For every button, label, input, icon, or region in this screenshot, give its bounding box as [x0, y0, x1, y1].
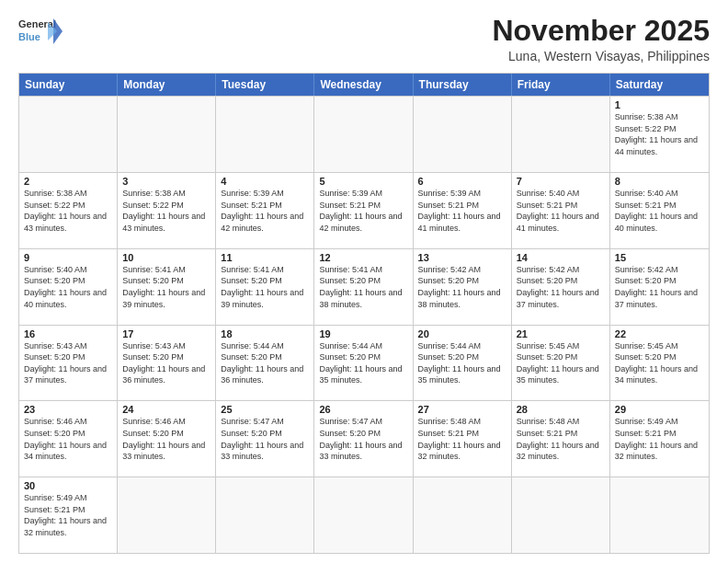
- calendar-cell-r5-c2: [216, 477, 314, 553]
- day-number-5: 5: [319, 176, 407, 187]
- day-number-15: 15: [615, 252, 704, 263]
- header-sunday: Sunday: [19, 74, 118, 96]
- day-number-16: 16: [24, 328, 112, 339]
- day-number-24: 24: [122, 404, 210, 415]
- calendar-cell-r4-c6: 29Sunrise: 5:49 AM Sunset: 5:21 PM Dayli…: [610, 401, 709, 477]
- calendar-cell-r0-c0: [19, 97, 118, 172]
- calendar-cell-r3-c5: 21Sunrise: 5:45 AM Sunset: 5:20 PM Dayli…: [512, 326, 610, 401]
- day-number-17: 17: [122, 328, 210, 339]
- calendar-row-0: 1Sunrise: 5:38 AM Sunset: 5:22 PM Daylig…: [19, 96, 709, 172]
- calendar-row-3: 16Sunrise: 5:43 AM Sunset: 5:20 PM Dayli…: [19, 325, 709, 401]
- header-area: General Blue November 2025 Luna, Western…: [18, 15, 710, 63]
- calendar-row-5: 30Sunrise: 5:49 AM Sunset: 5:21 PM Dayli…: [19, 477, 709, 553]
- cell-info-7: Sunrise: 5:40 AM Sunset: 5:21 PM Dayligh…: [517, 188, 605, 234]
- cell-info-2: Sunrise: 5:38 AM Sunset: 5:22 PM Dayligh…: [24, 188, 112, 234]
- header-monday: Monday: [118, 74, 216, 96]
- calendar-cell-r2-c3: 12Sunrise: 5:41 AM Sunset: 5:20 PM Dayli…: [314, 249, 413, 325]
- calendar-cell-r5-c4: [414, 477, 512, 553]
- calendar-cell-r2-c1: 10Sunrise: 5:41 AM Sunset: 5:20 PM Dayli…: [118, 249, 216, 325]
- day-number-28: 28: [517, 404, 605, 415]
- calendar-row-1: 2Sunrise: 5:38 AM Sunset: 5:22 PM Daylig…: [19, 172, 709, 248]
- day-number-3: 3: [122, 176, 210, 187]
- day-number-14: 14: [517, 252, 605, 263]
- calendar-cell-r3-c3: 19Sunrise: 5:44 AM Sunset: 5:20 PM Dayli…: [314, 326, 413, 401]
- day-number-30: 30: [24, 480, 112, 491]
- calendar-cell-r4-c1: 24Sunrise: 5:46 AM Sunset: 5:20 PM Dayli…: [118, 401, 216, 477]
- calendar-cell-r1-c4: 6Sunrise: 5:39 AM Sunset: 5:21 PM Daylig…: [414, 173, 512, 248]
- calendar-cell-r3-c1: 17Sunrise: 5:43 AM Sunset: 5:20 PM Dayli…: [118, 326, 216, 401]
- calendar-cell-r1-c0: 2Sunrise: 5:38 AM Sunset: 5:22 PM Daylig…: [19, 173, 118, 248]
- location-title: Luna, Western Visayas, Philippines: [492, 49, 710, 63]
- day-number-29: 29: [615, 404, 704, 415]
- cell-info-5: Sunrise: 5:39 AM Sunset: 5:21 PM Dayligh…: [319, 188, 407, 234]
- calendar-cell-r0-c1: [118, 97, 216, 172]
- calendar-header: Sunday Monday Tuesday Wednesday Thursday…: [19, 74, 709, 96]
- cell-info-8: Sunrise: 5:40 AM Sunset: 5:21 PM Dayligh…: [615, 188, 704, 234]
- calendar: Sunday Monday Tuesday Wednesday Thursday…: [18, 73, 710, 554]
- header-saturday: Saturday: [610, 74, 709, 96]
- header-friday: Friday: [512, 74, 610, 96]
- cell-info-19: Sunrise: 5:44 AM Sunset: 5:20 PM Dayligh…: [319, 340, 407, 386]
- day-number-20: 20: [418, 328, 506, 339]
- cell-info-28: Sunrise: 5:48 AM Sunset: 5:21 PM Dayligh…: [517, 416, 605, 462]
- day-number-26: 26: [319, 404, 407, 415]
- cell-info-14: Sunrise: 5:42 AM Sunset: 5:20 PM Dayligh…: [517, 264, 605, 310]
- day-number-25: 25: [221, 404, 309, 415]
- day-number-6: 6: [418, 176, 506, 187]
- calendar-cell-r0-c3: [314, 97, 413, 172]
- calendar-cell-r4-c5: 28Sunrise: 5:48 AM Sunset: 5:21 PM Dayli…: [512, 401, 610, 477]
- cell-info-25: Sunrise: 5:47 AM Sunset: 5:20 PM Dayligh…: [221, 416, 309, 462]
- day-number-27: 27: [418, 404, 506, 415]
- header-tuesday: Tuesday: [216, 74, 314, 96]
- calendar-cell-r3-c6: 22Sunrise: 5:45 AM Sunset: 5:20 PM Dayli…: [610, 326, 709, 401]
- calendar-cell-r4-c4: 27Sunrise: 5:48 AM Sunset: 5:21 PM Dayli…: [414, 401, 512, 477]
- calendar-cell-r0-c4: [414, 97, 512, 172]
- cell-info-22: Sunrise: 5:45 AM Sunset: 5:20 PM Dayligh…: [615, 340, 704, 386]
- calendar-cell-r2-c0: 9Sunrise: 5:40 AM Sunset: 5:20 PM Daylig…: [19, 249, 118, 325]
- calendar-cell-r4-c0: 23Sunrise: 5:46 AM Sunset: 5:20 PM Dayli…: [19, 401, 118, 477]
- header-wednesday: Wednesday: [314, 74, 413, 96]
- calendar-cell-r2-c2: 11Sunrise: 5:41 AM Sunset: 5:20 PM Dayli…: [216, 249, 314, 325]
- calendar-cell-r2-c4: 13Sunrise: 5:42 AM Sunset: 5:20 PM Dayli…: [414, 249, 512, 325]
- cell-info-23: Sunrise: 5:46 AM Sunset: 5:20 PM Dayligh…: [24, 416, 112, 462]
- cell-info-9: Sunrise: 5:40 AM Sunset: 5:20 PM Dayligh…: [24, 264, 112, 310]
- day-number-7: 7: [517, 176, 605, 187]
- calendar-cell-r5-c5: [512, 477, 610, 553]
- calendar-row-2: 9Sunrise: 5:40 AM Sunset: 5:20 PM Daylig…: [19, 248, 709, 325]
- day-number-8: 8: [615, 176, 704, 187]
- calendar-cell-r2-c5: 14Sunrise: 5:42 AM Sunset: 5:20 PM Dayli…: [512, 249, 610, 325]
- cell-info-1: Sunrise: 5:38 AM Sunset: 5:22 PM Dayligh…: [615, 111, 704, 157]
- cell-info-16: Sunrise: 5:43 AM Sunset: 5:20 PM Dayligh…: [24, 340, 112, 386]
- cell-info-21: Sunrise: 5:45 AM Sunset: 5:20 PM Dayligh…: [517, 340, 605, 386]
- day-number-11: 11: [221, 252, 309, 263]
- cell-info-29: Sunrise: 5:49 AM Sunset: 5:21 PM Dayligh…: [615, 416, 704, 462]
- cell-info-20: Sunrise: 5:44 AM Sunset: 5:20 PM Dayligh…: [418, 340, 506, 386]
- cell-info-12: Sunrise: 5:41 AM Sunset: 5:20 PM Dayligh…: [319, 264, 407, 310]
- cell-info-27: Sunrise: 5:48 AM Sunset: 5:21 PM Dayligh…: [418, 416, 506, 462]
- calendar-cell-r5-c6: [610, 477, 709, 553]
- cell-info-13: Sunrise: 5:42 AM Sunset: 5:20 PM Dayligh…: [418, 264, 506, 310]
- day-number-21: 21: [517, 328, 605, 339]
- cell-info-30: Sunrise: 5:49 AM Sunset: 5:21 PM Dayligh…: [24, 492, 112, 538]
- day-number-4: 4: [221, 176, 309, 187]
- day-number-2: 2: [24, 176, 112, 187]
- logo: General Blue: [18, 15, 64, 48]
- cell-info-11: Sunrise: 5:41 AM Sunset: 5:20 PM Dayligh…: [221, 264, 309, 310]
- calendar-cell-r5-c0: 30Sunrise: 5:49 AM Sunset: 5:21 PM Dayli…: [19, 477, 118, 553]
- page: General Blue November 2025 Luna, Western…: [0, 0, 728, 563]
- cell-info-17: Sunrise: 5:43 AM Sunset: 5:20 PM Dayligh…: [122, 340, 210, 386]
- day-number-22: 22: [615, 328, 704, 339]
- calendar-cell-r3-c4: 20Sunrise: 5:44 AM Sunset: 5:20 PM Dayli…: [414, 326, 512, 401]
- cell-info-18: Sunrise: 5:44 AM Sunset: 5:20 PM Dayligh…: [221, 340, 309, 386]
- calendar-cell-r3-c2: 18Sunrise: 5:44 AM Sunset: 5:20 PM Dayli…: [216, 326, 314, 401]
- day-number-9: 9: [24, 252, 112, 263]
- month-title: November 2025: [492, 15, 710, 47]
- day-number-19: 19: [319, 328, 407, 339]
- calendar-cell-r1-c6: 8Sunrise: 5:40 AM Sunset: 5:21 PM Daylig…: [610, 173, 709, 248]
- calendar-cell-r2-c6: 15Sunrise: 5:42 AM Sunset: 5:20 PM Dayli…: [610, 249, 709, 325]
- day-number-18: 18: [221, 328, 309, 339]
- cell-info-15: Sunrise: 5:42 AM Sunset: 5:20 PM Dayligh…: [615, 264, 704, 310]
- calendar-cell-r5-c1: [118, 477, 216, 553]
- calendar-cell-r1-c3: 5Sunrise: 5:39 AM Sunset: 5:21 PM Daylig…: [314, 173, 413, 248]
- calendar-cell-r3-c0: 16Sunrise: 5:43 AM Sunset: 5:20 PM Dayli…: [19, 326, 118, 401]
